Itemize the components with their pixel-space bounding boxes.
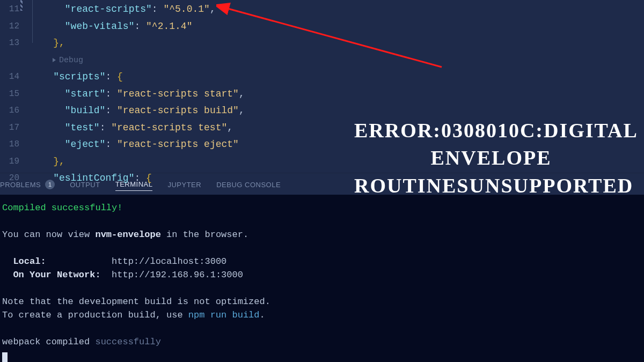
code-content[interactable]: "react-scripts": "^5.0.1", "web-vitals":… [30, 0, 644, 173]
play-icon [53, 58, 56, 62]
code-line[interactable]: "build": "react-scripts build", [30, 102, 644, 120]
terminal-line [2, 322, 644, 335]
code-line[interactable]: "eject": "react-scripts eject" [30, 136, 644, 153]
terminal-line: To create a production build, use npm ru… [2, 308, 644, 322]
terminal-line: On Your Network: http://192.168.96.1:300… [2, 268, 644, 282]
code-line[interactable]: "react-scripts": "^5.0.1", [30, 1, 644, 18]
editor-pane: 11 12 13 14 15 16 17 18 19 20 "react-scr… [0, 0, 644, 173]
line-number: 16 [0, 102, 30, 120]
line-number-gutter: 11 12 13 14 15 16 17 18 19 20 [0, 0, 30, 173]
terminal-line: You can now view nvm-envelope in the bro… [2, 228, 644, 241]
code-line[interactable]: }, [30, 153, 644, 171]
terminal-line: Local: http://localhost:3000 [2, 255, 644, 268]
line-number [0, 52, 30, 69]
code-line[interactable]: "start": "react-scripts start", [30, 86, 644, 103]
terminal-line: webpack compiled successfully [2, 335, 644, 349]
code-line[interactable]: }, [30, 35, 644, 52]
line-number: 17 [0, 120, 30, 137]
debug-codelens[interactable]: Debug [30, 52, 644, 69]
terminal-line: Note that the development build is not o… [2, 295, 644, 308]
line-number: 18 [0, 136, 30, 153]
terminal-panel[interactable]: Compiled successfully! You can now view … [0, 195, 644, 362]
code-line[interactable]: "test": "react-scripts test", [30, 120, 644, 137]
code-line[interactable]: "eslintConfig": { [30, 170, 644, 187]
gutter-modified-marker [20, 0, 23, 11]
line-number: 15 [0, 86, 30, 103]
indent-guide [32, 0, 33, 43]
terminal-line [2, 282, 644, 295]
terminal-line: Compiled successfully! [2, 201, 644, 215]
terminal-cursor-line [2, 349, 644, 362]
terminal-cursor [2, 352, 8, 362]
terminal-line [2, 241, 644, 255]
code-line[interactable]: "scripts": { [30, 69, 644, 86]
terminal-line [2, 215, 644, 228]
code-line[interactable]: "web-vitals": "^2.1.4" [30, 18, 644, 35]
line-number: 11 [0, 1, 30, 18]
line-number: 12 [0, 18, 30, 35]
line-number: 20 [0, 170, 30, 187]
line-number: 13 [0, 35, 30, 52]
line-number: 19 [0, 153, 30, 171]
line-number: 14 [0, 69, 30, 86]
